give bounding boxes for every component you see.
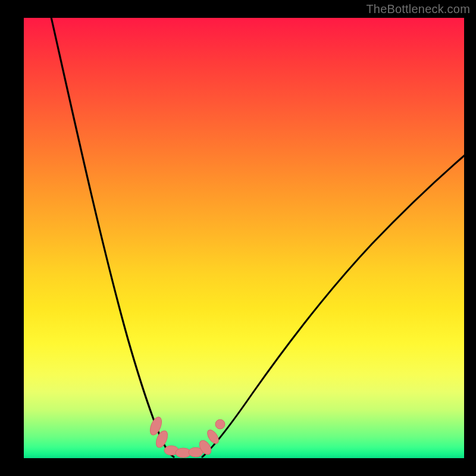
watermark-text: TheBottleneck.com [366, 2, 470, 16]
marker-group [148, 415, 225, 458]
curve-layer [24, 18, 464, 458]
curve-left-branch [50, 12, 174, 457]
curve-right-branch [202, 155, 465, 457]
marker-point [215, 419, 225, 429]
chart-frame: TheBottleneck.com [0, 0, 476, 476]
plot-area [24, 18, 464, 458]
